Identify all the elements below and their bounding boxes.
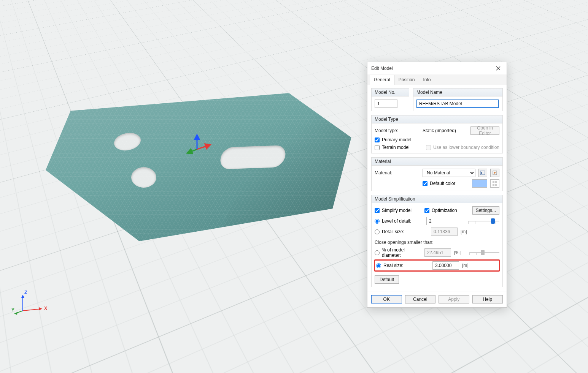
group-model-name-header: Model Name: [413, 89, 502, 96]
model-name-input[interactable]: [416, 100, 499, 108]
group-simplification-header: Model Simplification: [372, 195, 502, 203]
real-size-radio[interactable]: Real size:: [376, 263, 429, 268]
ok-button[interactable]: OK: [371, 295, 402, 303]
material-select[interactable]: No Material: [423, 169, 475, 177]
dialog-title: Edit Model: [371, 66, 393, 71]
color-picker-button[interactable]: [490, 179, 499, 188]
model-type-value: Static (imported): [423, 128, 464, 133]
detail-size-unit: [m]: [461, 229, 471, 234]
new-material-icon: [492, 170, 497, 175]
lod-slider[interactable]: [468, 218, 499, 224]
svg-rect-12: [493, 181, 494, 183]
apply-button[interactable]: Apply: [439, 295, 469, 303]
group-material: Material Material: No Material: [371, 157, 503, 191]
svg-rect-9: [480, 171, 485, 175]
svg-rect-14: [493, 184, 494, 186]
settings-button[interactable]: Settings...: [472, 206, 499, 215]
group-model-type-header: Model Type: [372, 115, 502, 123]
model-type-label: Model type:: [375, 128, 420, 133]
color-swatch[interactable]: [472, 179, 487, 188]
dialog-tabs: General Position Info: [367, 74, 507, 85]
model-hole: [113, 132, 142, 152]
primary-model-checkbox[interactable]: Primary model: [375, 137, 499, 142]
pct-diameter-radio[interactable]: % of model diameter:: [375, 247, 421, 258]
group-simplification: Model Simplification Simplify model Opti…: [371, 195, 503, 287]
simplify-checkbox[interactable]: Simplify model: [375, 208, 412, 213]
real-size-unit: [m]: [462, 263, 473, 268]
real-size-row-highlight: Real size: [m]: [375, 260, 499, 271]
dialog-footer: OK Cancel Apply Help: [367, 291, 507, 307]
svg-rect-15: [495, 184, 497, 186]
default-color-checkbox[interactable]: Default color: [423, 181, 455, 186]
group-material-header: Material: [372, 158, 502, 166]
model-hole: [131, 167, 156, 188]
lower-boundary-checkbox[interactable]: Use as lower boundary condition: [426, 145, 499, 150]
tab-general[interactable]: General: [370, 75, 394, 85]
dialog-titlebar[interactable]: Edit Model: [367, 62, 507, 74]
open-in-editor-button[interactable]: Open in Editor: [470, 126, 499, 135]
lod-input[interactable]: [426, 217, 449, 225]
pct-unit: [%]: [454, 250, 464, 255]
group-model-no-header: Model No.: [372, 89, 409, 96]
lod-radio[interactable]: Level of detail:: [375, 218, 423, 224]
tab-position[interactable]: Position: [394, 75, 419, 85]
help-button[interactable]: Help: [472, 295, 503, 303]
pct-diameter-input[interactable]: [424, 248, 451, 257]
library-icon: [480, 170, 485, 175]
terrain-model-checkbox[interactable]: Terrain model: [375, 145, 410, 150]
svg-rect-10: [481, 172, 482, 174]
real-size-input[interactable]: [432, 261, 459, 270]
close-openings-label: Close openings smaller than:: [375, 240, 434, 245]
model-hole: [219, 145, 287, 169]
default-button[interactable]: Default: [375, 275, 399, 284]
material-label: Material:: [375, 170, 420, 175]
model-no-input[interactable]: [375, 100, 397, 108]
cancel-button[interactable]: Cancel: [405, 295, 436, 303]
edit-model-dialog: Edit Model General Position Info Model N…: [367, 62, 507, 308]
optimization-checkbox[interactable]: Optimization: [424, 208, 457, 213]
svg-rect-13: [495, 181, 497, 183]
close-icon[interactable]: [493, 65, 504, 72]
tab-info[interactable]: Info: [419, 75, 435, 85]
pct-slider[interactable]: [469, 249, 499, 256]
detail-size-radio[interactable]: Detail size:: [375, 229, 428, 234]
material-library-button[interactable]: [478, 169, 488, 177]
group-model-type: Model Type Model type: Static (imported)…: [371, 115, 503, 153]
material-new-button[interactable]: [490, 169, 499, 177]
detail-size-input[interactable]: [431, 228, 458, 236]
palette-icon: [492, 181, 497, 186]
